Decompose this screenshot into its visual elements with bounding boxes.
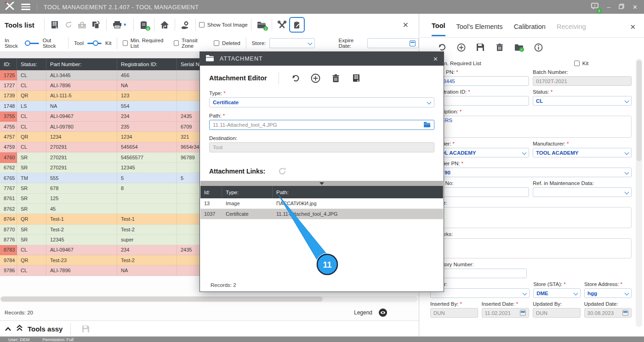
table-cell: 1725 <box>0 70 17 80</box>
type-select[interactable]: Certificate <box>209 97 434 107</box>
expire-date-input[interactable] <box>367 38 419 48</box>
transit-zone-checkbox[interactable]: Transit Zone <box>174 38 206 49</box>
tools-list-close-icon[interactable]: ✕ <box>403 21 409 29</box>
updated-date-label: Updated Date: <box>584 301 632 307</box>
chat-icon[interactable]: ! 1 <box>591 3 599 11</box>
description-textarea[interactable]: PLIERS <box>430 116 632 138</box>
collapse-double-up-icon[interactable] <box>16 325 23 333</box>
folder-badge-icon[interactable]: ✓ <box>513 42 524 53</box>
path-input[interactable]: 11.11-Attached_tool_4.JPG <box>209 120 434 130</box>
owner-select[interactable] <box>430 288 530 298</box>
delete-icon[interactable] <box>329 71 343 85</box>
home-icon[interactable] <box>158 18 171 32</box>
print-icon[interactable]: ▼ <box>110 18 130 32</box>
pn-input[interactable]: ALI-3445 <box>430 76 529 86</box>
column-header[interactable]: Registration ID: <box>117 58 177 70</box>
ref-maintenance-select[interactable] <box>533 187 632 197</box>
restore-icon[interactable] <box>619 4 624 10</box>
column-header[interactable]: Path: <box>273 186 443 198</box>
column-header[interactable]: ID: <box>0 58 17 70</box>
show-tool-image-checkbox[interactable]: Show Tool Image <box>199 22 248 28</box>
copy-icon[interactable] <box>89 18 103 32</box>
toolbox-icon[interactable] <box>75 18 89 32</box>
table-row[interactable]: 1037Certificate11.11-Attached_tool_4.JPG <box>200 209 443 219</box>
export-grid-icon[interactable]: x <box>349 71 363 85</box>
browse-folder-icon[interactable] <box>423 122 431 129</box>
table-cell: SR <box>17 152 46 163</box>
panel-kit-checkbox[interactable]: Kit <box>531 61 632 66</box>
tools-list-toolbar: Tools list x ▼ $ <box>0 14 419 36</box>
store-select[interactable] <box>269 38 314 48</box>
stock-toggle[interactable] <box>25 40 39 46</box>
add-icon[interactable] <box>309 71 323 85</box>
wrenches-icon[interactable] <box>275 18 289 32</box>
store-label: Store: <box>252 40 266 46</box>
usage-textarea[interactable] <box>430 207 632 228</box>
panel-scrollbar-thumb[interactable] <box>637 60 642 161</box>
supplier-pn-select[interactable]: 90 <box>430 168 632 177</box>
undo-icon[interactable] <box>436 42 447 53</box>
app-title: TOOL MANAGEMENT 2.1.407 - TOOL MANAGEMEN… <box>44 4 199 11</box>
links-records-count: Records: 2 <box>211 282 236 288</box>
panel-min-required-checkbox[interactable]: Min. Required List <box>430 61 531 66</box>
print-dropdown-arrow[interactable]: ▼ <box>123 22 127 27</box>
edit-icon[interactable] <box>289 17 305 33</box>
supplier-select[interactable]: TOOL ACADEMY <box>430 148 529 157</box>
delete-icon[interactable] <box>494 42 505 53</box>
save-icon[interactable] <box>79 322 92 336</box>
in-stock-label: In Stock <box>5 38 21 49</box>
minimize-icon[interactable]: – <box>607 4 610 10</box>
menu-icon[interactable] <box>21 4 30 10</box>
legend-eye-icon[interactable] <box>379 308 387 317</box>
hand-gear-icon[interactable] <box>178 18 192 32</box>
add-icon[interactable] <box>456 42 467 53</box>
column-header[interactable]: Part Number: <box>46 58 117 70</box>
table-row[interactable]: 13ImageПАССАТИЖИ.jpg <box>200 198 443 209</box>
store-sta-select[interactable]: DME <box>533 288 581 298</box>
tools-list-title: Tools list <box>0 21 41 29</box>
tab-calibration[interactable]: Calibration <box>514 23 546 36</box>
tab-receiving[interactable]: Receiving <box>557 23 586 36</box>
attachment-close-icon[interactable]: ✕ <box>433 56 438 62</box>
panel-scrollbar[interactable] <box>636 59 642 327</box>
serial-no-input[interactable] <box>430 187 529 197</box>
inventory-number-input[interactable] <box>430 269 527 278</box>
refresh-icon[interactable] <box>62 18 75 32</box>
info-icon[interactable] <box>533 42 544 53</box>
column-header[interactable]: Status: <box>17 58 46 70</box>
table-cell: SR <box>17 183 46 193</box>
folder-badge-icon[interactable]: 2 <box>255 18 268 32</box>
tool-kit-toggle[interactable] <box>87 40 102 46</box>
table-cell: QR <box>17 132 46 142</box>
min-required-list-checkbox[interactable]: Min. Required List <box>123 38 166 49</box>
status-select[interactable]: CL <box>533 96 632 106</box>
column-header[interactable]: Id: <box>200 186 222 198</box>
deleted-checkbox[interactable]: Deleted <box>214 40 240 46</box>
export-grid-icon[interactable]: x <box>48 18 62 32</box>
table-cell: 54565577 <box>117 152 177 163</box>
panel-icon-toolbar: ✓ <box>419 38 644 55</box>
collapse-up-icon[interactable] <box>5 325 11 333</box>
table-cell: 235 <box>117 122 177 132</box>
column-header[interactable]: Type: <box>222 186 273 198</box>
table-cell: ПАССАТИЖИ.jpg <box>273 198 443 208</box>
clipboard-receive-icon[interactable]: $ <box>137 18 151 32</box>
checkbox-box[interactable] <box>199 22 205 28</box>
manufacturer-select[interactable]: TOOL ACADEMY <box>533 148 632 157</box>
attachment-dialog-titlebar: ATTACHMENT ✕ <box>200 52 444 66</box>
tab-tool[interactable]: Tool <box>432 22 445 36</box>
undo-icon[interactable] <box>289 71 302 85</box>
store-address-select[interactable]: hgg <box>584 288 632 298</box>
table-cell: CL <box>17 70 46 80</box>
refresh-icon[interactable] <box>275 164 289 178</box>
scrollbar-thumb[interactable] <box>1 297 323 302</box>
table-cell: Test-1 <box>117 214 177 224</box>
horizontal-scrollbar[interactable] <box>0 296 417 302</box>
links-splitter-handle[interactable] <box>200 181 443 186</box>
registration-id-input[interactable] <box>430 96 529 106</box>
panel-close-icon[interactable]: ✕ <box>630 23 636 31</box>
save-icon[interactable] <box>475 42 486 53</box>
tab-tools-elements[interactable]: Tool's Elements <box>456 23 503 36</box>
remarks-textarea[interactable] <box>430 238 632 258</box>
close-icon[interactable]: ✕ <box>633 4 638 10</box>
